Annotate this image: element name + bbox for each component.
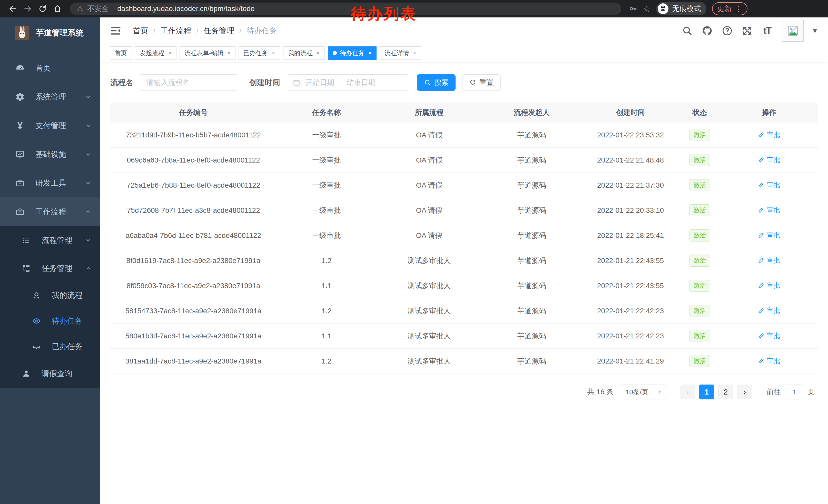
edit-icon <box>758 357 764 364</box>
page-size-select[interactable]: 10条/页 ▾ <box>621 384 666 400</box>
date-range-input[interactable]: 开始日期 - 结束日期 <box>287 74 409 91</box>
tab-form-edit[interactable]: 流程表单-编辑 × <box>179 46 236 60</box>
security-label: 不安全 <box>87 4 109 13</box>
process-name-input[interactable]: 请输入流程名 <box>140 74 238 91</box>
search-button[interactable]: 搜索 <box>417 74 456 91</box>
cell-process: 测试多审批人 <box>377 331 482 341</box>
approve-link[interactable]: 审批 <box>758 281 780 290</box>
sidebar-item-leave-query[interactable]: 请假查询 <box>0 359 100 387</box>
next-page-button[interactable]: › <box>737 384 752 400</box>
edit-icon <box>758 156 764 163</box>
col-initiator: 流程发起人 <box>482 108 582 118</box>
tab-process-detail[interactable]: 流程详情 × <box>380 46 421 60</box>
cell-action: 审批 <box>720 306 818 316</box>
prev-page-button[interactable]: ‹ <box>680 384 695 400</box>
key-icon[interactable] <box>628 4 637 13</box>
page-2-button[interactable]: 2 <box>718 384 733 400</box>
browser-home-icon[interactable] <box>51 2 64 15</box>
sidebar-item-process-mgmt[interactable]: 流程管理 <box>0 226 100 254</box>
sidebar-item-label: 首页 <box>35 63 51 74</box>
status-badge: 激活 <box>690 154 710 166</box>
tab-my-process[interactable]: 我的流程 × <box>283 46 325 60</box>
close-icon[interactable]: × <box>272 49 275 57</box>
reset-button-label: 重置 <box>480 78 494 87</box>
breadcrumb-task-mgmt[interactable]: 任务管理 <box>204 26 235 36</box>
sidebar-item-system[interactable]: 系统管理 <box>0 83 100 111</box>
user-icon <box>21 368 31 379</box>
tags-view: 首页 发起流程 × 流程表单-编辑 × 已办任务 × 我的流程 × <box>100 44 828 62</box>
tab-done-tasks[interactable]: 已办任务 × <box>239 46 280 60</box>
sidebar-item-todo-tasks[interactable]: 待办任务 <box>0 308 100 334</box>
input-placeholder: 请输入流程名 <box>147 78 190 87</box>
incognito-label: 无痕模式 <box>672 4 701 13</box>
approve-link[interactable]: 审批 <box>758 180 780 189</box>
sidebar-item-label: 支付管理 <box>35 121 66 131</box>
sidebar-item-task-mgmt[interactable]: 任务管理 <box>0 254 100 282</box>
sidebar-item-label: 已办任务 <box>52 341 83 352</box>
cell-action: 审批 <box>720 155 818 165</box>
address-bar[interactable]: ⚠ 不安全 dashboard.yudao.iocoder.cn/bpm/tas… <box>70 3 621 15</box>
cell-task-id: 381aa1dd-7ac8-11ec-a9e2-a2380e71991a <box>110 357 277 365</box>
cell-task-id: 75d72608-7b7f-11ec-a3c8-acde48001122 <box>110 207 277 215</box>
bookmark-star-icon[interactable]: ☆ <box>643 4 651 14</box>
tab-start-process[interactable]: 发起流程 × <box>135 46 176 60</box>
avatar[interactable] <box>782 20 804 42</box>
search-button-label: 搜索 <box>434 78 449 87</box>
tab-todo-tasks[interactable]: 待办任务 × <box>328 46 377 60</box>
browser-forward-icon[interactable] <box>21 2 34 15</box>
page-1-button[interactable]: 1 <box>699 384 714 400</box>
chevron-up-icon <box>85 208 92 215</box>
close-icon[interactable]: × <box>227 49 231 57</box>
approve-link[interactable]: 审批 <box>758 231 780 240</box>
logo-row[interactable]: 芋道管理系统 <box>0 17 100 41</box>
avatar-caret-icon[interactable]: ▼ <box>812 27 818 35</box>
breadcrumb-workflow[interactable]: 工作流程 <box>161 26 191 36</box>
goto-page-input[interactable]: 1 <box>785 384 803 400</box>
sidebar-item-devtools[interactable]: 研发工具 <box>0 169 100 197</box>
close-icon[interactable]: × <box>168 49 172 57</box>
cell-initiator: 芋道源码 <box>482 306 582 316</box>
search-icon[interactable] <box>682 26 693 36</box>
calendar-icon <box>293 79 300 86</box>
approve-link[interactable]: 审批 <box>758 155 780 164</box>
fullscreen-icon[interactable] <box>742 26 753 36</box>
cell-action: 审批 <box>720 130 818 140</box>
close-icon[interactable]: × <box>368 49 372 57</box>
approve-link[interactable]: 审批 <box>758 356 780 365</box>
breadcrumb-home[interactable]: 首页 <box>133 26 148 36</box>
approve-link[interactable]: 审批 <box>758 306 780 315</box>
cell-create-time: 2022-01-21 22:41:29 <box>582 357 679 365</box>
browser-menu-icon[interactable]: ⋮ <box>735 4 742 13</box>
github-icon[interactable] <box>702 26 713 36</box>
navbar-actions: tT ▼ <box>682 20 818 42</box>
table-row: 725a1eb6-7b88-11ec-8ef0-acde48001122 一级审… <box>110 173 818 198</box>
tab-home[interactable]: 首页 <box>110 46 132 60</box>
font-size-icon[interactable]: tT <box>762 26 773 36</box>
approve-link[interactable]: 审批 <box>758 331 780 340</box>
sidebar-item-workflow[interactable]: 工作流程 <box>0 197 100 226</box>
cell-process: OA 请假 <box>377 205 482 215</box>
cell-initiator: 芋道源码 <box>482 356 582 366</box>
approve-link[interactable]: 审批 <box>758 130 780 139</box>
close-icon[interactable]: × <box>316 49 320 57</box>
reset-button[interactable]: 重置 <box>462 74 501 91</box>
sidebar-item-payment[interactable]: ¥ 支付管理 <box>0 111 100 140</box>
help-icon[interactable] <box>722 26 733 36</box>
close-icon[interactable]: × <box>413 49 416 57</box>
browser-back-icon[interactable] <box>6 2 19 15</box>
edit-icon <box>758 207 764 213</box>
cell-task-name: 一级审批 <box>277 205 377 215</box>
browser-reload-icon[interactable] <box>36 2 49 15</box>
sidebar-collapse-icon[interactable] <box>110 25 122 37</box>
sidebar-item-label: 系统管理 <box>35 92 66 102</box>
monitor-icon <box>15 149 25 159</box>
approve-link[interactable]: 审批 <box>758 256 780 265</box>
sidebar-item-my-process[interactable]: 我的流程 <box>0 282 100 308</box>
browser-update-button[interactable]: 更新 ⋮ <box>712 2 747 15</box>
approve-link[interactable]: 审批 <box>758 205 780 215</box>
sidebar-item-infra[interactable]: 基础设施 <box>0 140 100 169</box>
sidebar-item-done-tasks[interactable]: 已办任务 <box>0 334 100 359</box>
edit-icon <box>758 182 764 188</box>
sidebar-item-home[interactable]: 首页 <box>0 54 100 83</box>
chevron-down-icon <box>85 179 92 187</box>
